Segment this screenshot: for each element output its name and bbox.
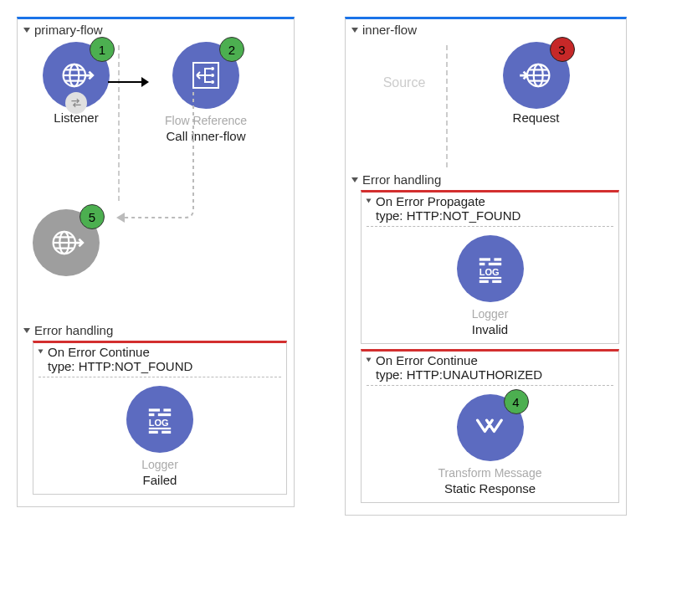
svg-text:LOG: LOG [479,267,499,277]
primary-error-title-row: Error handling [24,320,287,339]
listener-node[interactable]: 1 Listener [43,42,110,125]
on-error-propagate-type: type: HTTP:NOT_FOUND [376,208,613,223]
on-error-continue-title: On Error Continue [376,353,613,367]
logger-icon: LOG [472,250,509,287]
flow-reference-label: Call inner-flow [166,129,245,143]
globe-arrow-icon [58,57,95,94]
transform-icon [472,409,509,446]
collapse-icon[interactable] [38,350,44,354]
transform-message-node[interactable]: 4 [457,394,524,461]
http-request-icon [518,57,555,94]
on-error-continue-box[interactable]: On Error Continue type: HTTP:UNAUTHORIZE… [361,349,619,503]
logger-node[interactable]: LOG [126,386,193,453]
svg-point-7 [211,67,214,70]
on-error-continue-type: type: HTTP:NOT_FOUND [48,359,281,373]
logger-label: Invalid [472,322,508,336]
inner-flow-panel: inner-flow Source 3 Requ [345,17,627,516]
collapse-icon[interactable] [23,328,30,333]
inner-error-title-row: Error handling [352,169,619,188]
logger-node[interactable]: LOG [457,235,524,302]
primary-flow-panel: primary-flow 1 [17,17,295,507]
on-error-propagate-title: On Error Propagate [376,194,613,208]
logger-caption: Logger [141,458,178,471]
svg-text:LOG: LOG [149,418,169,428]
logger-icon: LOG [141,401,178,438]
transform-label: Static Response [444,481,536,495]
inner-error-title: Error handling [362,172,441,187]
svg-point-9 [211,80,214,84]
flow-reference-icon [187,56,225,95]
primary-error-title: Error handling [34,323,113,337]
source-placeholder: Source [383,42,426,90]
inner-flow-title: inner-flow [362,23,417,37]
badge-4: 4 [504,389,529,414]
on-error-continue-box[interactable]: On Error Continue type: HTTP:NOT_FOUND L… [33,341,287,495]
badge-3: 3 [550,37,575,62]
response-node[interactable]: 5 [33,209,100,276]
request-node[interactable]: 3 Request [503,42,570,125]
on-error-continue-title: On Error Continue [48,345,281,359]
transform-caption: Transform Message [438,466,542,480]
logger-label: Failed [143,473,177,487]
on-error-propagate-box[interactable]: On Error Propagate type: HTTP:NOT_FOUND … [361,190,619,344]
collapse-icon[interactable] [351,28,358,33]
collapse-icon[interactable] [367,199,372,203]
collapse-icon[interactable] [23,28,30,33]
primary-flow-title-row: primary-flow [18,19,294,37]
collapse-icon[interactable] [367,358,372,362]
flow-reference-caption: Flow Reference [165,114,247,127]
on-error-continue-type: type: HTTP:UNAUTHORIZED [376,367,613,382]
badge-5: 5 [79,204,105,229]
badge-1: 1 [90,37,115,62]
request-response-icon [65,92,87,114]
logger-caption: Logger [472,307,509,321]
flow-reference-node[interactable]: 2 Flow Reference Call inner-flow [165,42,247,143]
collapse-icon[interactable] [351,177,358,182]
primary-flow-title: primary-flow [34,23,103,37]
svg-point-8 [211,74,214,77]
inner-flow-title-row: inner-flow [346,19,626,37]
globe-arrow-grey-icon [48,224,85,261]
request-label: Request [513,110,560,125]
badge-2: 2 [219,37,244,62]
